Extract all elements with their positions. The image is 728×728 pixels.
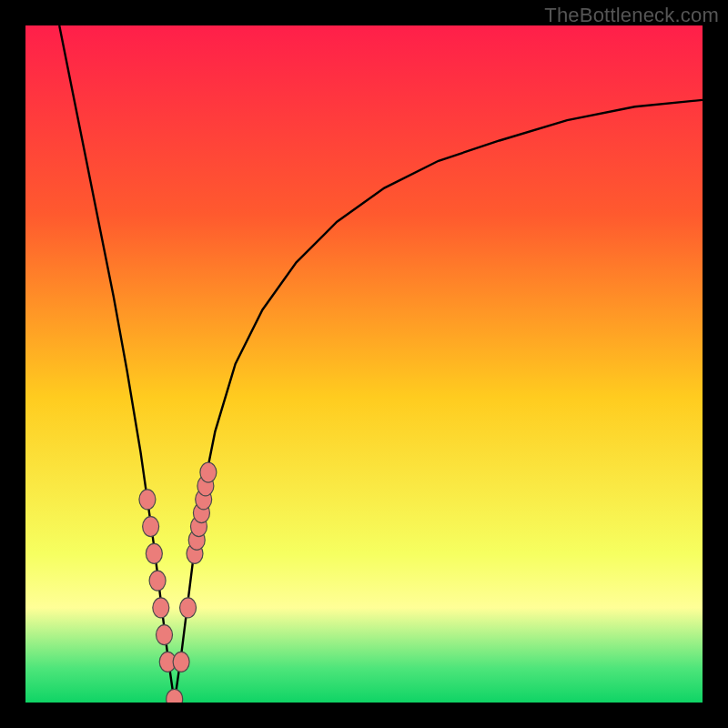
- marker-point: [149, 571, 166, 591]
- marker-point: [153, 598, 169, 618]
- watermark-text: TheBottleneck.com: [544, 4, 719, 27]
- marker-point: [139, 490, 156, 510]
- marker-point: [173, 652, 189, 672]
- marker-point: [180, 598, 197, 618]
- marker-point: [143, 517, 159, 537]
- gradient-background: [25, 25, 703, 703]
- marker-point: [200, 462, 217, 482]
- marker-point: [146, 543, 162, 563]
- figure-frame: TheBottleneck.com: [0, 0, 728, 728]
- plot-area: [25, 25, 703, 703]
- marker-point: [157, 625, 173, 645]
- bottleneck-chart: [25, 25, 703, 703]
